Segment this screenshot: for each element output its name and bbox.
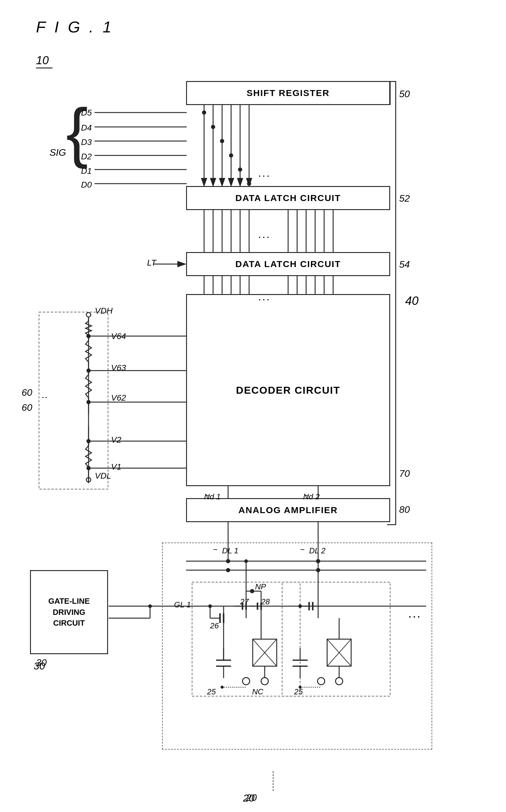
label-54: 54 xyxy=(399,259,410,270)
svg-point-55 xyxy=(86,368,91,373)
bracket-40 xyxy=(387,81,396,525)
label-50: 50 xyxy=(399,89,410,100)
svg-rect-68 xyxy=(39,312,108,489)
svg-point-136 xyxy=(148,604,152,608)
label-60: 60 xyxy=(22,402,32,413)
svg-point-17 xyxy=(229,153,233,158)
lt-label: LT xyxy=(147,258,156,268)
svg-point-15 xyxy=(211,125,215,129)
label-10: 10 xyxy=(36,54,49,67)
figure-title: F I G . 1 xyxy=(36,18,114,36)
tilde-nd1: ~ xyxy=(205,491,210,500)
svg-point-19 xyxy=(247,182,251,186)
d2-label: D2 xyxy=(81,152,92,162)
decoder-block: DECODER CIRCUIT xyxy=(186,294,390,486)
data-latch-2-label: DATA LATCH CIRCUIT xyxy=(235,259,341,269)
label-80: 80 xyxy=(399,504,410,515)
vdh-label: VDH xyxy=(95,306,112,316)
svg-point-14 xyxy=(202,110,206,115)
pixel-dashed-outer xyxy=(162,543,432,749)
v1-label: V1 xyxy=(111,462,121,472)
label-10-underline xyxy=(36,68,53,68)
dots-shift-register: ... xyxy=(258,167,271,179)
gate-line-label: GATE-LINE DRIVING CIRCUIT xyxy=(48,596,90,628)
tilde-nd2: ~ xyxy=(305,491,309,500)
svg-point-61 xyxy=(86,466,91,470)
label-60-arrow xyxy=(24,393,48,402)
analog-amplifier-block: ANALOG AMPLIFIER xyxy=(186,498,390,522)
d4-label: D4 xyxy=(81,123,92,132)
d0-label: D0 xyxy=(81,180,92,190)
label-30-text: 30 xyxy=(33,660,45,672)
svg-point-53 xyxy=(86,334,91,338)
decoder-label: DECODER CIRCUIT xyxy=(236,384,340,396)
v62-label: V62 xyxy=(111,393,126,403)
svg-point-59 xyxy=(86,439,91,443)
data-latch-2-block: DATA LATCH CIRCUIT xyxy=(186,252,390,276)
shift-register-label: SHIFT REGISTER xyxy=(247,88,330,98)
d5-label: D5 xyxy=(81,108,92,118)
v2-label: V2 xyxy=(111,435,121,445)
shift-register-block: SHIFT REGISTER xyxy=(186,81,390,105)
dots-latch1: ... xyxy=(258,228,271,241)
analog-amplifier-label: ANALOG AMPLIFIER xyxy=(239,505,338,515)
vdl-node xyxy=(86,477,91,482)
svg-point-18 xyxy=(238,167,242,172)
vdh-node xyxy=(86,312,91,318)
data-latch-1-label: DATA LATCH CIRCUIT xyxy=(235,193,341,203)
svg-point-57 xyxy=(86,400,91,404)
label-70: 70 xyxy=(399,468,410,479)
gate-line-block: GATE-LINE DRIVING CIRCUIT xyxy=(30,570,108,654)
label-52: 52 xyxy=(399,193,410,204)
sig-label: SIG xyxy=(50,147,66,158)
d1-label: D1 xyxy=(81,166,92,176)
dots-latch2: ... xyxy=(258,290,271,303)
label-40: 40 xyxy=(405,294,419,307)
d3-label: D3 xyxy=(81,138,92,147)
v63-label: V63 xyxy=(111,363,126,373)
label-20-text: 20 xyxy=(243,792,254,804)
vdl-label: VDL xyxy=(95,471,111,481)
data-latch-1-block: DATA LATCH CIRCUIT xyxy=(186,186,390,210)
svg-point-16 xyxy=(220,139,224,143)
v64-label: V64 xyxy=(111,332,126,341)
